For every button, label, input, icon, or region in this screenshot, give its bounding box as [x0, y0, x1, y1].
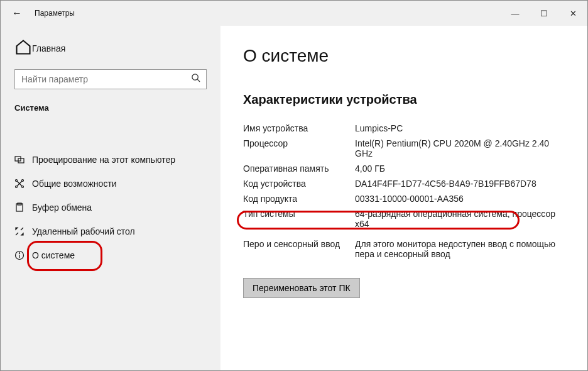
minimize-icon: — — [511, 9, 520, 18]
spec-val: Lumpics-PC — [355, 123, 562, 133]
spec-row: Имя устройства Lumpics-PC — [243, 121, 562, 136]
search-icon — [191, 73, 200, 84]
shared-icon — [14, 179, 32, 189]
spec-key: Процессор — [243, 138, 355, 158]
spec-row-system-type: Тип системы 64-разрядная операционная си… — [243, 206, 562, 231]
spec-key: Тип системы — [243, 209, 355, 229]
sidebar-item-about[interactable]: О системе — [1, 243, 220, 267]
sidebar-item-shared[interactable]: Общие возможности — [1, 172, 220, 196]
spec-key: Код устройства — [243, 179, 355, 189]
sidebar: Главная Система Проецирование на этот ко… — [1, 26, 220, 370]
spec-val: DA14F4FF-1D77-4C56-B4A9-7B19FFB67D78 — [355, 179, 562, 189]
main-content: О системе Характеристики устройства Имя … — [220, 26, 587, 370]
info-icon — [14, 250, 32, 260]
titlebar: ← Параметры — ☐ ✕ — [1, 1, 587, 26]
spec-val: 00331-10000-00001-AA356 — [355, 194, 562, 204]
spec-val: Intel(R) Pentium(R) CPU 2020M @ 2.40GHz … — [355, 138, 562, 158]
search-wrap — [14, 69, 207, 89]
back-button[interactable]: ← — [9, 8, 24, 19]
search-input[interactable] — [14, 69, 207, 89]
spec-key: Перо и сенсорный ввод — [243, 239, 355, 259]
svg-point-0 — [192, 74, 198, 80]
sidebar-item-label: Буфер обмена — [32, 202, 207, 213]
sidebar-item-clipboard[interactable]: Буфер обмена — [1, 196, 220, 219]
page-title: О системе — [243, 46, 562, 66]
svg-point-12 — [19, 253, 19, 253]
remote-icon — [14, 226, 32, 236]
sidebar-item-label: Проецирование на этот компьютер — [32, 155, 207, 165]
spec-row: Перо и сенсорный ввод Для этого монитора… — [243, 236, 562, 262]
sidebar-item-label: О системе — [32, 250, 207, 260]
close-button[interactable]: ✕ — [558, 1, 587, 26]
clipboard-icon — [14, 202, 32, 213]
spec-val: 64-разрядная операционная система, проце… — [355, 209, 562, 229]
spec-row: Процессор Intel(R) Pentium(R) CPU 2020M … — [243, 136, 562, 161]
maximize-button[interactable]: ☐ — [530, 1, 558, 26]
sidebar-item-label: Общие возможности — [32, 179, 207, 189]
spec-key: Оперативная память — [243, 163, 355, 174]
window-title: Параметры — [35, 9, 75, 18]
sidebar-item-projection[interactable]: Проецирование на этот компьютер — [1, 148, 220, 172]
sidebar-item-label: Удаленный рабочий стол — [32, 226, 207, 236]
spec-key: Код продукта — [243, 194, 355, 204]
spec-row: Код продукта 00331-10000-00001-AA356 — [243, 191, 562, 206]
maximize-icon: ☐ — [540, 9, 548, 18]
spec-key: Имя устройства — [243, 123, 355, 133]
spec-row: Оперативная память 4,00 ГБ — [243, 161, 562, 176]
home-icon — [14, 38, 32, 58]
svg-line-1 — [197, 79, 200, 82]
spec-row: Код устройства DA14F4FF-1D77-4C56-B4A9-7… — [243, 176, 562, 191]
sidebar-group-title: Система — [1, 103, 220, 129]
sidebar-item-home[interactable]: Главная — [1, 38, 220, 69]
sidebar-item-remote[interactable]: Удаленный рабочий стол — [1, 219, 220, 243]
spec-val: 4,00 ГБ — [355, 163, 562, 174]
close-icon: ✕ — [570, 9, 577, 18]
spec-val: Для этого монитора недоступен ввод с пом… — [355, 239, 562, 259]
projection-icon — [14, 155, 32, 165]
rename-pc-button[interactable]: Переименовать этот ПК — [243, 278, 360, 298]
minimize-button[interactable]: — — [501, 1, 530, 26]
sidebar-item-label: Главная — [32, 43, 65, 53]
section-title: Характеристики устройства — [243, 92, 562, 107]
